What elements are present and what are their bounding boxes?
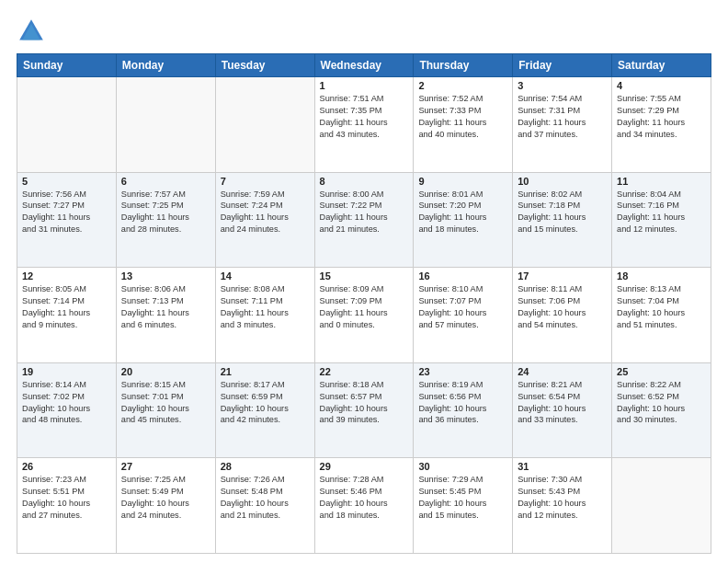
table-row: 15Sunrise: 8:09 AM Sunset: 7:09 PM Dayli… — [314, 268, 414, 363]
col-tuesday: Tuesday — [215, 54, 314, 77]
day-info: Sunrise: 8:22 AM Sunset: 6:52 PM Dayligh… — [617, 379, 706, 427]
day-number: 5 — [22, 176, 111, 187]
day-number: 19 — [22, 366, 111, 377]
day-info: Sunrise: 7:51 AM Sunset: 7:35 PM Dayligh… — [320, 93, 409, 141]
day-number: 25 — [617, 366, 706, 377]
day-number: 27 — [121, 461, 210, 472]
calendar-week-row: 19Sunrise: 8:14 AM Sunset: 7:02 PM Dayli… — [17, 362, 711, 458]
table-row: 16Sunrise: 8:10 AM Sunset: 7:07 PM Dayli… — [414, 268, 513, 363]
day-number: 2 — [418, 80, 507, 91]
day-number: 23 — [418, 366, 507, 377]
table-row: 1Sunrise: 7:51 AM Sunset: 7:35 PM Daylig… — [314, 77, 414, 173]
day-number: 9 — [418, 176, 507, 187]
day-number: 12 — [22, 270, 111, 282]
day-info: Sunrise: 8:10 AM Sunset: 7:07 PM Dayligh… — [418, 283, 507, 331]
table-row — [116, 77, 215, 173]
day-info: Sunrise: 7:57 AM Sunset: 7:25 PM Dayligh… — [121, 189, 210, 236]
day-number: 26 — [22, 461, 111, 472]
calendar-table: Sunday Monday Tuesday Wednesday Thursday… — [17, 53, 711, 554]
col-monday: Monday — [116, 54, 215, 77]
table-row: 23Sunrise: 8:19 AM Sunset: 6:56 PM Dayli… — [414, 362, 513, 458]
day-number: 31 — [518, 461, 607, 472]
table-row: 31Sunrise: 7:30 AM Sunset: 5:43 PM Dayli… — [513, 458, 612, 554]
day-info: Sunrise: 7:54 AM Sunset: 7:31 PM Dayligh… — [518, 93, 607, 141]
col-sunday: Sunday — [17, 54, 117, 77]
day-number: 18 — [617, 270, 706, 282]
day-number: 7 — [221, 176, 310, 187]
table-row: 22Sunrise: 8:18 AM Sunset: 6:57 PM Dayli… — [314, 362, 414, 458]
day-number: 6 — [121, 176, 210, 187]
calendar-week-row: 1Sunrise: 7:51 AM Sunset: 7:35 PM Daylig… — [17, 77, 711, 173]
day-info: Sunrise: 8:17 AM Sunset: 6:59 PM Dayligh… — [221, 379, 310, 427]
day-info: Sunrise: 8:01 AM Sunset: 7:20 PM Dayligh… — [418, 189, 507, 236]
col-wednesday: Wednesday — [314, 54, 414, 77]
day-number: 14 — [221, 270, 310, 282]
table-row: 12Sunrise: 8:05 AM Sunset: 7:14 PM Dayli… — [17, 268, 117, 363]
day-info: Sunrise: 7:30 AM Sunset: 5:43 PM Dayligh… — [518, 474, 607, 522]
table-row: 6Sunrise: 7:57 AM Sunset: 7:25 PM Daylig… — [116, 172, 215, 268]
table-row: 24Sunrise: 8:21 AM Sunset: 6:54 PM Dayli… — [513, 362, 612, 458]
logo-icon — [17, 17, 46, 46]
table-row: 11Sunrise: 8:04 AM Sunset: 7:16 PM Dayli… — [612, 172, 711, 268]
day-number: 10 — [518, 176, 607, 187]
day-info: Sunrise: 8:02 AM Sunset: 7:18 PM Dayligh… — [518, 189, 607, 236]
table-row: 9Sunrise: 8:01 AM Sunset: 7:20 PM Daylig… — [414, 172, 513, 268]
table-row: 30Sunrise: 7:29 AM Sunset: 5:45 PM Dayli… — [414, 458, 513, 554]
day-number: 17 — [518, 270, 607, 282]
day-info: Sunrise: 8:11 AM Sunset: 7:06 PM Dayligh… — [518, 283, 607, 331]
day-info: Sunrise: 8:09 AM Sunset: 7:09 PM Dayligh… — [320, 283, 409, 331]
calendar-week-row: 12Sunrise: 8:05 AM Sunset: 7:14 PM Dayli… — [17, 268, 711, 363]
day-info: Sunrise: 7:28 AM Sunset: 5:46 PM Dayligh… — [320, 474, 409, 522]
day-info: Sunrise: 7:26 AM Sunset: 5:48 PM Dayligh… — [221, 474, 310, 522]
day-number: 22 — [320, 366, 409, 377]
table-row: 5Sunrise: 7:56 AM Sunset: 7:27 PM Daylig… — [17, 172, 117, 268]
day-info: Sunrise: 7:55 AM Sunset: 7:29 PM Dayligh… — [617, 93, 706, 141]
day-number: 21 — [221, 366, 310, 377]
col-saturday: Saturday — [612, 54, 711, 77]
table-row: 7Sunrise: 7:59 AM Sunset: 7:24 PM Daylig… — [215, 172, 314, 268]
day-info: Sunrise: 7:59 AM Sunset: 7:24 PM Dayligh… — [221, 189, 310, 236]
day-info: Sunrise: 7:23 AM Sunset: 5:51 PM Dayligh… — [22, 474, 111, 522]
table-row: 4Sunrise: 7:55 AM Sunset: 7:29 PM Daylig… — [612, 77, 711, 173]
table-row: 10Sunrise: 8:02 AM Sunset: 7:18 PM Dayli… — [513, 172, 612, 268]
table-row: 28Sunrise: 7:26 AM Sunset: 5:48 PM Dayli… — [215, 458, 314, 554]
day-number: 15 — [320, 270, 409, 282]
day-info: Sunrise: 8:21 AM Sunset: 6:54 PM Dayligh… — [518, 379, 607, 427]
day-number: 3 — [518, 80, 607, 91]
day-number: 16 — [418, 270, 507, 282]
calendar-header-row: Sunday Monday Tuesday Wednesday Thursday… — [17, 54, 711, 77]
table-row: 17Sunrise: 8:11 AM Sunset: 7:06 PM Dayli… — [513, 268, 612, 363]
day-info: Sunrise: 8:13 AM Sunset: 7:04 PM Dayligh… — [617, 283, 706, 331]
table-row — [215, 77, 314, 173]
day-info: Sunrise: 8:18 AM Sunset: 6:57 PM Dayligh… — [320, 379, 409, 427]
day-number: 13 — [121, 270, 210, 282]
table-row: 13Sunrise: 8:06 AM Sunset: 7:13 PM Dayli… — [116, 268, 215, 363]
header — [17, 17, 711, 46]
day-info: Sunrise: 8:14 AM Sunset: 7:02 PM Dayligh… — [22, 379, 111, 427]
day-number: 30 — [418, 461, 507, 472]
calendar-week-row: 26Sunrise: 7:23 AM Sunset: 5:51 PM Dayli… — [17, 458, 711, 554]
table-row: 2Sunrise: 7:52 AM Sunset: 7:33 PM Daylig… — [414, 77, 513, 173]
day-info: Sunrise: 8:06 AM Sunset: 7:13 PM Dayligh… — [121, 283, 210, 331]
day-info: Sunrise: 7:25 AM Sunset: 5:49 PM Dayligh… — [121, 474, 210, 522]
table-row: 25Sunrise: 8:22 AM Sunset: 6:52 PM Dayli… — [612, 362, 711, 458]
page: Sunday Monday Tuesday Wednesday Thursday… — [0, 0, 728, 563]
col-thursday: Thursday — [414, 54, 513, 77]
table-row: 21Sunrise: 8:17 AM Sunset: 6:59 PM Dayli… — [215, 362, 314, 458]
table-row: 29Sunrise: 7:28 AM Sunset: 5:46 PM Dayli… — [314, 458, 414, 554]
table-row: 19Sunrise: 8:14 AM Sunset: 7:02 PM Dayli… — [17, 362, 117, 458]
day-number: 20 — [121, 366, 210, 377]
day-number: 24 — [518, 366, 607, 377]
table-row: 3Sunrise: 7:54 AM Sunset: 7:31 PM Daylig… — [513, 77, 612, 173]
day-info: Sunrise: 7:56 AM Sunset: 7:27 PM Dayligh… — [22, 189, 111, 236]
day-info: Sunrise: 8:05 AM Sunset: 7:14 PM Dayligh… — [22, 283, 111, 331]
table-row: 26Sunrise: 7:23 AM Sunset: 5:51 PM Dayli… — [17, 458, 117, 554]
day-number: 4 — [617, 80, 706, 91]
day-info: Sunrise: 7:52 AM Sunset: 7:33 PM Dayligh… — [418, 93, 507, 141]
day-number: 28 — [221, 461, 310, 472]
day-number: 8 — [320, 176, 409, 187]
day-info: Sunrise: 7:29 AM Sunset: 5:45 PM Dayligh… — [418, 474, 507, 522]
table-row: 27Sunrise: 7:25 AM Sunset: 5:49 PM Dayli… — [116, 458, 215, 554]
day-info: Sunrise: 8:04 AM Sunset: 7:16 PM Dayligh… — [617, 189, 706, 236]
col-friday: Friday — [513, 54, 612, 77]
